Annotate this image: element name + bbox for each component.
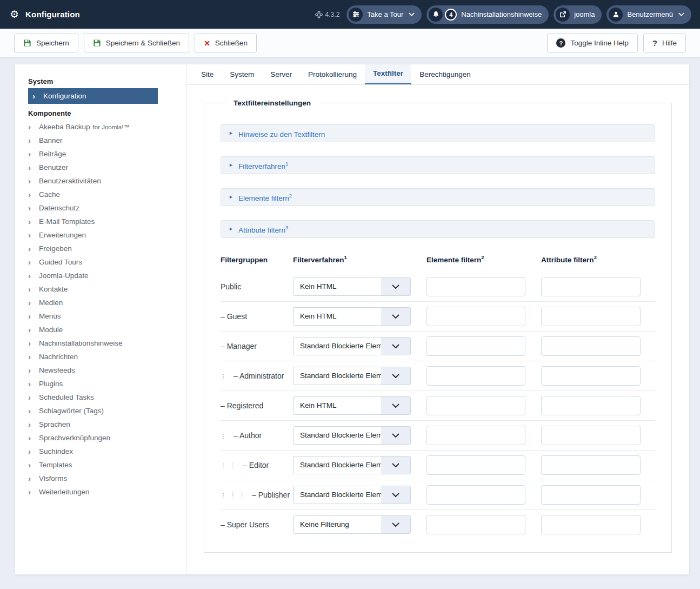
sidebar-item-kontakte[interactable]: › Kontakte xyxy=(28,282,158,296)
filter-type-select[interactable]: Standard Blockierte Elemente xyxy=(293,337,411,355)
save-label: Speichern xyxy=(36,39,69,47)
filter-tags-input[interactable] xyxy=(426,366,525,386)
col-header-attribute-filtern: Attribute filtern3 xyxy=(541,254,655,264)
filter-type-select[interactable]: Standard Blockierte Elemente xyxy=(293,367,411,385)
sidebar-item-joomla-update[interactable]: › Joomla-Update xyxy=(28,269,158,282)
accordion-elemente-filtern[interactable]: ► Elemente filtern2 xyxy=(221,188,655,206)
sidebar-item-label: Sprachen xyxy=(39,420,70,428)
chevron-right-icon: › xyxy=(28,150,33,158)
filter-attributes-input[interactable] xyxy=(541,455,641,475)
table-row-administrator: ⋮– Administrator Standard Blockierte Ele… xyxy=(221,361,655,391)
filter-attributes-input[interactable] xyxy=(541,336,641,356)
filter-attributes-input[interactable] xyxy=(541,277,641,296)
filter-attributes-input[interactable] xyxy=(541,307,641,326)
filter-type-select[interactable]: Kein HTML xyxy=(293,396,411,415)
sidebar-item-visforms[interactable]: › Visforms xyxy=(28,472,158,485)
sidebar-item-banner[interactable]: › Banner xyxy=(28,134,158,147)
filter-type-select[interactable]: Standard Blockierte Elemente xyxy=(293,486,411,504)
sidebar-item-sprachen[interactable]: › Sprachen xyxy=(28,418,158,431)
tab-site[interactable]: Site xyxy=(193,64,222,84)
filter-tags-input[interactable] xyxy=(426,307,525,326)
sidebar-item-akeeba-backup[interactable]: › Akeeba Backup for Joomla!™ xyxy=(28,120,158,134)
chevron-right-icon: › xyxy=(28,177,33,185)
sidebar-item-datenschutz[interactable]: › Datenschutz xyxy=(28,201,158,215)
filter-type-select[interactable]: Standard Blockierte Elemente xyxy=(293,456,411,474)
tab-system[interactable]: System xyxy=(222,64,262,84)
sidebar-item-suffix: for Joomla!™ xyxy=(93,124,130,130)
sidebar-item-templates[interactable]: › Templates xyxy=(28,458,158,472)
filter-type-select[interactable]: Kein HTML xyxy=(293,307,411,326)
preview-site-button[interactable]: joomla xyxy=(554,5,602,24)
table-row-editor: ⋮⋮– Editor Standard Blockierte Elemente xyxy=(221,451,655,480)
sidebar-item-benutzer[interactable]: › Benutzer xyxy=(28,161,158,174)
filter-tags-input[interactable] xyxy=(426,426,525,445)
sidebar-item-nachinstallationshinweise[interactable]: › Nachinstallationshinweise xyxy=(28,336,158,350)
tab-server[interactable]: Server xyxy=(262,64,300,84)
tab-textfilter[interactable]: Textfilter xyxy=(365,64,411,84)
gear-icon: ⚙ xyxy=(10,9,19,19)
sidebar-item-sprachverknuepfungen[interactable]: › Sprachverknüpfungen xyxy=(28,431,158,445)
action-toolbar: Speichern Speichern & Schließen ✕ Schlie… xyxy=(0,29,700,57)
sidebar-item-scheduled-tasks[interactable]: › Scheduled Tasks xyxy=(28,391,158,404)
chevron-right-icon: › xyxy=(28,163,33,171)
indent-dots: ⋮ xyxy=(221,433,230,439)
post-installation-messages-button[interactable]: 4 Nachinstallationshinweise xyxy=(426,5,549,24)
help-button[interactable]: ? Hilfe xyxy=(643,34,686,52)
filter-attributes-input[interactable] xyxy=(541,426,641,445)
filter-type-select[interactable]: Keine Filterung xyxy=(293,515,411,534)
close-button[interactable]: ✕ Schließen xyxy=(195,34,257,52)
filter-type-select[interactable]: Standard Blockierte Elemente xyxy=(293,426,411,445)
filter-tags-input[interactable] xyxy=(426,336,525,356)
help-circle-icon: ? xyxy=(556,38,565,48)
accordion-label: Hinweise zu den Textfiltern xyxy=(238,129,325,138)
sidebar-item-label: Newsfeeds xyxy=(39,366,75,374)
filter-attributes-input[interactable] xyxy=(541,366,641,386)
sidebar-item-beitraege[interactable]: › Beiträge xyxy=(28,147,158,161)
sidebar-item-guided-tours[interactable]: › Guided Tours xyxy=(28,255,158,269)
sidebar-item-nachrichten[interactable]: › Nachrichten xyxy=(28,350,158,363)
sidebar-item-cache[interactable]: › Cache xyxy=(28,188,158,201)
sidebar-item-erweiterungen[interactable]: › Erweiterungen xyxy=(28,228,158,242)
accordion-attribute-filtern[interactable]: ► Attribute filtern3 xyxy=(221,220,655,238)
filter-tags-input[interactable] xyxy=(426,455,525,475)
toggle-inline-help-button[interactable]: ? Toggle Inline Help xyxy=(547,34,637,52)
sidebar-item-plugins[interactable]: › Plugins xyxy=(28,377,158,391)
accordion-hinweise[interactable]: ► Hinweise zu den Textfiltern xyxy=(221,124,655,142)
filter-attributes-input[interactable] xyxy=(541,485,641,505)
tour-label: Take a Tour xyxy=(367,10,403,18)
filter-tags-input[interactable] xyxy=(426,396,525,415)
sidebar-item-module[interactable]: › Module xyxy=(28,323,158,336)
sidebar-item-schlagwoerter[interactable]: › Schlagwörter (Tags) xyxy=(28,404,158,418)
filter-type-select[interactable]: Kein HTML xyxy=(293,277,411,296)
filter-tags-input[interactable] xyxy=(426,277,525,296)
sidebar-item-newsfeeds[interactable]: › Newsfeeds xyxy=(28,363,158,377)
selected-option: Kein HTML xyxy=(300,282,337,290)
save-button[interactable]: Speichern xyxy=(14,34,78,52)
sidebar-item-weiterleitungen[interactable]: › Weiterleitungen xyxy=(28,485,158,499)
group-label: – Registered xyxy=(221,401,293,410)
filter-tags-input[interactable] xyxy=(426,515,525,534)
fieldset-legend: Textfiltereinstellungen xyxy=(227,99,317,107)
filter-attributes-input[interactable] xyxy=(541,515,641,534)
filter-tags-input[interactable] xyxy=(426,485,525,505)
sidebar-item-label: Beiträge xyxy=(39,150,66,158)
chevron-down-icon xyxy=(381,427,410,444)
filter-attributes-input[interactable] xyxy=(541,396,641,415)
sidebar-item-email-templates[interactable]: › E-Mail Templates xyxy=(28,215,158,228)
sidebar-item-suchindex[interactable]: › Suchindex xyxy=(28,445,158,458)
tab-protokollierung[interactable]: Protokollierung xyxy=(300,64,365,84)
accordion-filterverfahren[interactable]: ► Filterverfahren1 xyxy=(221,156,655,174)
sidebar-item-label: Medien xyxy=(39,299,63,307)
take-a-tour-button[interactable]: Take a Tour xyxy=(346,5,422,24)
sidebar-item-menues[interactable]: › Menüs xyxy=(28,309,158,323)
sidebar-item-konfiguration[interactable]: › Konfiguration xyxy=(28,88,158,104)
sidebar-item-benutzeraktivitaeten[interactable]: › Benutzeraktivitäten xyxy=(28,174,158,188)
sidebar-item-label: Erweiterungen xyxy=(39,231,86,239)
close-label: Schließen xyxy=(215,39,248,47)
user-menu-button[interactable]: Benutzermenü xyxy=(606,5,691,24)
save-and-close-button[interactable]: Speichern & Schließen xyxy=(84,34,189,52)
chevron-right-icon: › xyxy=(28,231,33,239)
sidebar-item-medien[interactable]: › Medien xyxy=(28,296,158,309)
tab-berechtigungen[interactable]: Berechtigungen xyxy=(411,64,479,84)
sidebar-item-freigeben[interactable]: › Freigeben xyxy=(28,242,158,255)
